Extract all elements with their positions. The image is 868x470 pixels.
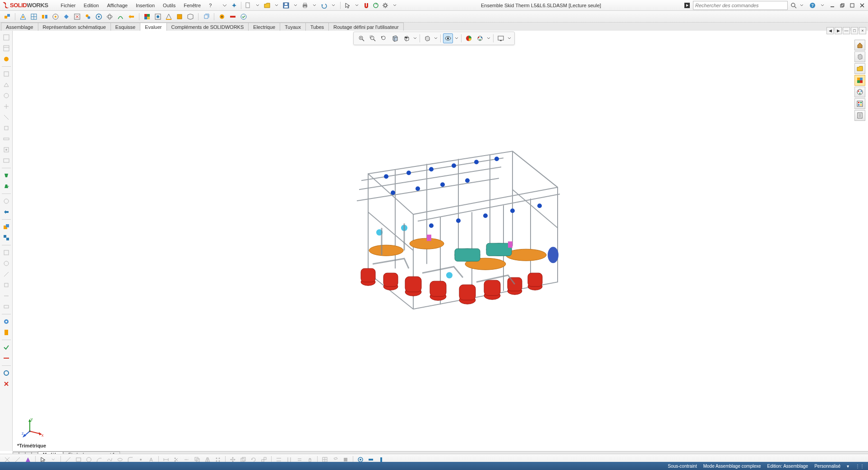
tab-routage[interactable]: Routage défini par l'utilisateur: [328, 23, 404, 31]
tab-tuyaux[interactable]: Tuyaux: [280, 23, 306, 31]
lb-icon-20[interactable]: [1, 258, 11, 268]
lb-icon-9[interactable]: [1, 123, 11, 133]
hide-show-icon[interactable]: [443, 33, 453, 43]
view-orientation-dropdown[interactable]: [413, 37, 417, 40]
search-commands-input[interactable]: [695, 3, 785, 8]
search-commands-box[interactable]: [693, 1, 788, 10]
rb-file-explorer-icon[interactable]: [854, 75, 865, 86]
lb-icon-12[interactable]: [1, 156, 11, 166]
lb-icon-11[interactable]: [1, 145, 11, 155]
search-play-icon[interactable]: [683, 1, 691, 9]
apply-scene-dropdown[interactable]: [486, 37, 491, 40]
menu-outils[interactable]: Outils: [159, 2, 179, 9]
tab-evaluer[interactable]: Evaluer: [140, 23, 166, 32]
tb-icon-7[interactable]: [73, 12, 82, 21]
lb-icon-17[interactable]: [1, 222, 11, 232]
window-restore-icon[interactable]: [838, 1, 846, 9]
options-gear-icon[interactable]: [381, 1, 389, 9]
lb-icon-24[interactable]: [1, 302, 11, 312]
lb-icon-1[interactable]: [1, 32, 11, 42]
status-dropdown-icon[interactable]: ▾: [847, 464, 849, 469]
tab-assemblage[interactable]: Assemblage: [1, 23, 38, 31]
lb-icon-19[interactable]: [1, 248, 11, 258]
print-dropdown[interactable]: [310, 1, 319, 9]
lb-icon-13[interactable]: [1, 170, 11, 180]
lb-icon-30[interactable]: [1, 379, 11, 389]
view-orientation-icon[interactable]: [402, 33, 411, 43]
new-doc-dropdown[interactable]: [254, 1, 262, 9]
lb-icon-8[interactable]: [1, 112, 11, 122]
tb-icon-9[interactable]: [94, 12, 103, 21]
tb-icon-3[interactable]: [29, 12, 38, 21]
tb-icon-2[interactable]: [18, 12, 28, 21]
tab-esquisse[interactable]: Esquisse: [111, 23, 141, 31]
tb-icon-15[interactable]: [164, 12, 173, 21]
rb-home-icon[interactable]: [854, 40, 865, 51]
tb-icon-10[interactable]: [105, 12, 114, 21]
pin-icon[interactable]: [230, 1, 238, 9]
tb-assembly-icon[interactable]: [3, 12, 12, 21]
menu-dropdown-icon[interactable]: [221, 1, 229, 9]
previous-view-icon[interactable]: [379, 33, 389, 43]
lb-icon-6[interactable]: [1, 91, 11, 101]
view-settings-icon[interactable]: [496, 33, 506, 43]
lb-icon-5[interactable]: [1, 80, 11, 90]
menu-fichier[interactable]: Fichier: [57, 2, 79, 9]
help-dropdown[interactable]: [818, 1, 826, 9]
lb-icon-27[interactable]: [1, 342, 11, 352]
tb-icon-19[interactable]: [217, 12, 226, 21]
lb-icon-2[interactable]: [1, 43, 11, 53]
open-doc-dropdown[interactable]: [272, 1, 281, 9]
rb-appearances-icon[interactable]: [854, 98, 865, 109]
window-close-icon[interactable]: [858, 1, 866, 9]
zoom-fit-icon[interactable]: [356, 33, 366, 43]
tb-icon-5[interactable]: [51, 12, 60, 21]
tb-icon-4[interactable]: [40, 12, 49, 21]
menu-help[interactable]: ?: [205, 2, 215, 9]
orientation-triad[interactable]: y x z: [22, 417, 44, 439]
select-cursor-icon[interactable]: [343, 1, 351, 9]
save-dropdown[interactable]: [291, 1, 300, 9]
lb-icon-29[interactable]: [1, 368, 11, 378]
menu-edition[interactable]: Edition: [80, 2, 103, 9]
rb-view-palette-icon[interactable]: [854, 87, 865, 97]
lb-icon-21[interactable]: [1, 269, 11, 279]
viewport-3d[interactable]: y x z *Trimétrique: [13, 31, 868, 451]
search-dropdown[interactable]: [798, 1, 806, 9]
magnet-icon[interactable]: [362, 1, 370, 9]
hide-show-dropdown[interactable]: [454, 37, 459, 40]
tab-tubes[interactable]: Tubes: [305, 23, 329, 31]
new-doc-icon[interactable]: [244, 1, 252, 9]
lb-icon-28[interactable]: [1, 353, 11, 363]
lb-icon-14[interactable]: [1, 181, 11, 191]
vp-minimize-icon[interactable]: —: [843, 27, 850, 34]
lb-icon-25[interactable]: [1, 317, 11, 327]
rebuild-icon[interactable]: [372, 1, 380, 9]
tb-icon-8[interactable]: [83, 12, 92, 21]
tb-icon-11[interactable]: [116, 12, 125, 21]
vp-collapse-left-icon[interactable]: ◀: [826, 27, 834, 34]
tab-representation[interactable]: Représentation schématique: [38, 23, 111, 31]
tab-complements[interactable]: Compléments de SOLIDWORKS: [166, 23, 249, 31]
undo-icon[interactable]: [320, 1, 328, 9]
rb-design-library-icon[interactable]: [854, 63, 865, 74]
vp-close-icon[interactable]: ×: [859, 27, 866, 34]
menu-fenetre[interactable]: Fenêtre: [180, 2, 204, 9]
rb-resources-icon[interactable]: [854, 51, 865, 62]
save-icon[interactable]: [282, 1, 290, 9]
window-maximize-icon[interactable]: [848, 1, 856, 9]
select-dropdown[interactable]: [353, 1, 361, 9]
lb-icon-15[interactable]: [1, 196, 11, 206]
vp-collapse-right-icon[interactable]: ▶: [835, 27, 842, 34]
tb-icon-18[interactable]: [202, 12, 211, 21]
tb-icon-21[interactable]: [239, 12, 248, 21]
lb-icon-4[interactable]: [1, 69, 11, 79]
tb-color-icon[interactable]: [143, 12, 152, 21]
section-view-icon[interactable]: [390, 33, 400, 43]
menu-insertion[interactable]: Insertion: [132, 2, 158, 9]
display-style-icon[interactable]: [422, 33, 432, 43]
tb-icon-14[interactable]: [153, 12, 162, 21]
search-magnifier-icon[interactable]: [790, 1, 798, 9]
lb-icon-10[interactable]: [1, 134, 11, 144]
undo-dropdown[interactable]: [329, 1, 337, 9]
